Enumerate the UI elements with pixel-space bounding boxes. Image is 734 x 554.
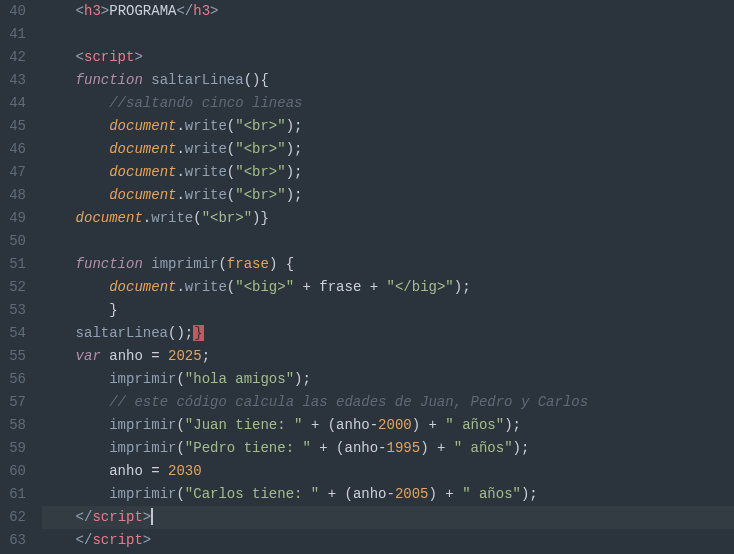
code-line[interactable]: document.write("<br>"); (42, 115, 734, 138)
token-str: "Carlos tiene: " (185, 486, 319, 502)
line-number: 54 (6, 322, 26, 345)
token-param: frase (227, 256, 269, 272)
token-txt (445, 440, 453, 456)
token-txt (420, 417, 428, 433)
token-ident: anho (109, 463, 143, 479)
token-brace: { (286, 256, 294, 272)
code-line[interactable]: function saltarLinea(){ (42, 69, 734, 92)
token-tag: script (84, 49, 134, 65)
token-obj: document (109, 187, 176, 203)
code-line[interactable] (42, 23, 734, 46)
token-angle: < (76, 49, 84, 65)
code-area[interactable]: <h3>PROGRAMA</h3> <script> function salt… (36, 0, 734, 554)
token-str: " años" (462, 486, 521, 502)
token-angle: > (101, 3, 109, 19)
code-editor[interactable]: 4041424344454647484950515253545556575859… (0, 0, 734, 554)
token-paren: ) (412, 417, 420, 433)
token-txt (76, 394, 110, 410)
token-punc: . (176, 279, 184, 295)
code-line[interactable]: <h3>PROGRAMA</h3> (42, 0, 734, 23)
token-punc: ; (294, 187, 302, 203)
token-txt (76, 279, 110, 295)
code-line[interactable]: // este código calcula las edades de Jua… (42, 391, 734, 414)
token-angle: > (143, 509, 151, 525)
token-num: 2030 (168, 463, 202, 479)
token-str: "</big>" (387, 279, 454, 295)
token-paren: ( (176, 440, 184, 456)
token-op: + (445, 486, 453, 502)
token-brace: { (260, 72, 268, 88)
token-meth: write (185, 279, 227, 295)
token-paren: ) (286, 118, 294, 134)
token-op: + (328, 486, 336, 502)
code-line[interactable]: function imprimir(frase) { (42, 253, 734, 276)
code-line[interactable]: var anho = 2025; (42, 345, 734, 368)
token-punc: . (176, 118, 184, 134)
line-number-gutter: 4041424344454647484950515253545556575859… (0, 0, 36, 554)
code-line[interactable]: </script> (42, 529, 734, 552)
code-line[interactable]: imprimir("Carlos tiene: " + (anho-2005) … (42, 483, 734, 506)
token-paren: ( (328, 417, 336, 433)
token-txt: PROGRAMA (109, 3, 176, 19)
token-num: 2000 (378, 417, 412, 433)
token-op: + (429, 417, 437, 433)
line-number: 43 (6, 69, 26, 92)
line-number: 53 (6, 299, 26, 322)
code-line[interactable]: document.write("<br>"); (42, 161, 734, 184)
code-line[interactable]: anho = 2030 (42, 460, 734, 483)
code-line[interactable]: document.write("<br>")} (42, 207, 734, 230)
code-line[interactable]: } (42, 299, 734, 322)
token-punc: ; (294, 141, 302, 157)
line-number: 61 (6, 483, 26, 506)
token-txt (143, 463, 151, 479)
token-angle: > (210, 3, 218, 19)
token-txt (76, 440, 110, 456)
code-line[interactable] (42, 230, 734, 253)
code-line[interactable]: document.write("<big>" + frase + "</big>… (42, 276, 734, 299)
token-paren: ) (420, 440, 428, 456)
token-str: "<br>" (235, 141, 285, 157)
token-txt (76, 95, 110, 111)
token-paren: ( (227, 187, 235, 203)
token-op: + (319, 440, 327, 456)
code-line[interactable]: imprimir("Pedro tiene: " + (anho-1995) +… (42, 437, 734, 460)
token-txt (143, 256, 151, 272)
token-tag: h3 (193, 3, 210, 19)
token-obj: document (76, 210, 143, 226)
code-line[interactable]: //saltando cinco lineas (42, 92, 734, 115)
text-cursor (151, 508, 153, 525)
line-number: 60 (6, 460, 26, 483)
token-fn: saltarLinea (151, 72, 243, 88)
token-ident: anho (109, 348, 143, 364)
token-str: "hola amigos" (185, 371, 294, 387)
token-kw: function (76, 72, 143, 88)
token-paren: ( (176, 371, 184, 387)
code-line[interactable]: saltarLinea();} (42, 322, 734, 345)
code-line[interactable]: </script> (42, 506, 734, 529)
token-punc: ; (529, 486, 537, 502)
token-txt (454, 486, 462, 502)
token-num: 2005 (395, 486, 429, 502)
token-punc: ; (294, 118, 302, 134)
code-line[interactable]: imprimir("Juan tiene: " + (anho-2000) + … (42, 414, 734, 437)
token-paren: ) (454, 279, 462, 295)
token-txt (76, 371, 110, 387)
token-paren: ( (344, 486, 352, 502)
token-ident: anho (345, 440, 379, 456)
token-ident: frase (319, 279, 361, 295)
code-line[interactable]: <script> (42, 46, 734, 69)
token-txt (101, 348, 109, 364)
token-num: 1995 (387, 440, 421, 456)
code-line[interactable]: document.write("<br>"); (42, 138, 734, 161)
token-str: " años" (454, 440, 513, 456)
token-paren: () (244, 72, 261, 88)
token-txt (160, 348, 168, 364)
code-line[interactable]: document.write("<br>"); (42, 184, 734, 207)
token-txt (378, 279, 386, 295)
token-op: + (302, 279, 310, 295)
token-kw: function (76, 256, 143, 272)
token-tag: h3 (84, 3, 101, 19)
code-line[interactable]: imprimir("hola amigos"); (42, 368, 734, 391)
token-txt (319, 486, 327, 502)
token-fn: imprimir (109, 486, 176, 502)
